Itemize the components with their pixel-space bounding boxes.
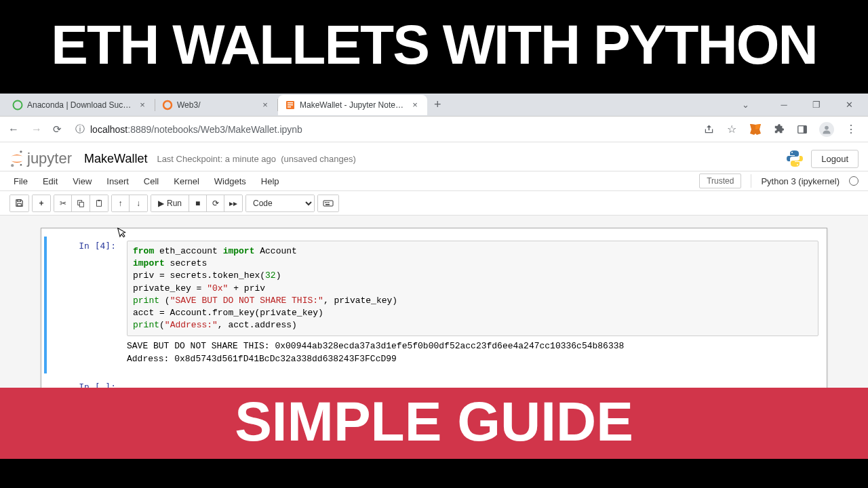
profile-avatar-icon[interactable] <box>819 122 834 137</box>
tab-web3[interactable]: Web3/ × <box>155 95 277 115</box>
input-prompt: In [4]: <box>47 237 121 373</box>
menu-edit[interactable]: Edit <box>43 176 58 186</box>
paste-icon[interactable] <box>90 195 108 211</box>
sidepanel-icon[interactable] <box>796 123 808 136</box>
trusted-badge[interactable]: Trusted <box>699 174 741 188</box>
svg-rect-10 <box>804 125 806 133</box>
svg-point-14 <box>20 164 22 166</box>
svg-rect-21 <box>97 200 102 206</box>
svg-rect-18 <box>18 203 22 206</box>
back-icon[interactable]: ← <box>7 123 20 136</box>
notebook-title[interactable]: MakeWallet <box>84 152 147 166</box>
svg-point-15 <box>791 152 793 153</box>
restart-icon[interactable]: ⟳ <box>207 195 224 211</box>
window-close-icon[interactable]: ✕ <box>840 100 859 110</box>
svg-rect-17 <box>18 200 21 202</box>
move-down-icon[interactable]: ↓ <box>130 195 147 211</box>
svg-rect-26 <box>328 202 330 203</box>
tab-title: MakeWallet - Jupyter Notebook <box>300 100 406 110</box>
copy-icon[interactable] <box>72 195 90 211</box>
code-input[interactable]: from eth_account import Account import s… <box>127 241 818 336</box>
menu-insert[interactable]: Insert <box>106 176 129 186</box>
share-icon[interactable] <box>703 123 715 136</box>
svg-point-11 <box>825 125 829 129</box>
tab-title: Web3/ <box>177 100 256 110</box>
banner-bottom: SIMPLE GUIDE <box>0 388 868 459</box>
banner-footer-black <box>0 459 868 488</box>
svg-rect-4 <box>288 104 293 106</box>
minimize-icon[interactable]: ─ <box>774 100 793 110</box>
menu-file[interactable]: File <box>14 176 28 186</box>
notebook-icon <box>285 100 296 110</box>
toolbar: + ✂ ↑ ↓ ▶ Run ■ ⟳ ▸▸ Code <box>0 191 868 216</box>
checkpoint-text: Last Checkpoint: a minute ago (unsaved c… <box>157 154 355 164</box>
menu-dots-icon[interactable]: ⋮ <box>845 123 857 136</box>
cut-icon[interactable]: ✂ <box>54 195 72 211</box>
tab-title: Anaconda | Download Success P <box>27 100 133 110</box>
svg-rect-5 <box>288 106 291 108</box>
svg-point-16 <box>797 164 798 165</box>
svg-rect-25 <box>327 202 328 203</box>
run-button[interactable]: ▶ Run <box>151 195 189 211</box>
logout-button[interactable]: Logout <box>811 150 859 168</box>
jupyter-logo[interactable]: jupyter <box>9 149 72 168</box>
svg-rect-22 <box>98 199 100 201</box>
tabs-dropdown-icon[interactable]: ⌄ <box>742 100 761 110</box>
url-text: localhost:8889/notebooks/Web3/MakeWallet… <box>90 124 302 135</box>
svg-rect-3 <box>288 102 293 104</box>
code-cell[interactable]: In [4]: from eth_account import Account … <box>44 237 824 373</box>
interrupt-icon[interactable]: ■ <box>189 195 207 211</box>
move-up-icon[interactable]: ↑ <box>112 195 130 211</box>
restart-run-all-icon[interactable]: ▸▸ <box>224 195 242 211</box>
jupyter-folder-icon <box>162 100 173 110</box>
svg-point-0 <box>14 100 22 109</box>
save-icon[interactable] <box>10 195 28 211</box>
jupyter-header: jupyter MakeWallet Last Checkpoint: a mi… <box>0 142 868 171</box>
bookmark-star-icon[interactable]: ☆ <box>726 123 738 136</box>
menubar: File Edit View Insert Cell Kernel Widget… <box>0 171 868 191</box>
menu-view[interactable]: View <box>73 176 92 186</box>
insert-cell-icon[interactable]: + <box>33 195 50 211</box>
svg-rect-20 <box>79 202 83 207</box>
reload-icon[interactable]: ⟳ <box>53 123 62 136</box>
svg-point-1 <box>163 101 172 109</box>
metamask-icon[interactable] <box>749 123 762 136</box>
cell-body: from eth_account import Account import s… <box>121 237 824 373</box>
site-info-icon[interactable]: ⓘ <box>75 123 85 136</box>
menu-help[interactable]: Help <box>261 176 279 186</box>
menu-widgets[interactable]: Widgets <box>214 176 246 186</box>
celltype-select[interactable]: Code <box>246 195 314 211</box>
svg-rect-23 <box>323 201 333 206</box>
tab-makewallet[interactable]: MakeWallet - Jupyter Notebook × <box>278 95 427 115</box>
tab-anaconda[interactable]: Anaconda | Download Success P × <box>5 95 155 115</box>
window-controls: ⌄ ─ ❐ ✕ <box>742 100 868 110</box>
code-output: SAVE BUT DO NOT SHARE THIS: 0x00944ab328… <box>127 336 818 369</box>
new-tab-button[interactable]: + <box>427 98 448 112</box>
kernel-indicator-icon <box>849 176 859 186</box>
anaconda-icon <box>12 100 23 110</box>
jupyter-logo-text: jupyter <box>27 150 72 167</box>
svg-rect-27 <box>326 204 330 205</box>
command-palette-icon[interactable] <box>318 195 338 211</box>
close-icon[interactable]: × <box>260 100 271 110</box>
menu-kernel[interactable]: Kernel <box>174 176 199 186</box>
url-input[interactable]: ⓘ localhost:8889/notebooks/Web3/MakeWall… <box>71 123 693 136</box>
kernel-name[interactable]: Python 3 (ipykernel) <box>761 176 840 186</box>
python-icon <box>785 149 804 168</box>
svg-point-13 <box>11 164 14 167</box>
notebook-container: In [4]: from eth_account import Account … <box>41 228 827 401</box>
svg-rect-24 <box>325 202 326 203</box>
maximize-icon[interactable]: ❐ <box>807 100 826 110</box>
forward-icon: → <box>30 123 43 136</box>
svg-point-12 <box>20 150 22 152</box>
browser-tabs-bar: Anaconda | Download Success P × Web3/ × … <box>0 94 868 117</box>
extensions-icon[interactable] <box>773 123 785 136</box>
menu-cell[interactable]: Cell <box>144 176 159 186</box>
address-bar: ← → ⟳ ⓘ localhost:8889/notebooks/Web3/Ma… <box>0 117 868 142</box>
close-icon[interactable]: × <box>410 100 420 110</box>
close-icon[interactable]: × <box>137 100 148 110</box>
banner-top: ETH WALLETS WITH PYTHON <box>0 0 868 94</box>
